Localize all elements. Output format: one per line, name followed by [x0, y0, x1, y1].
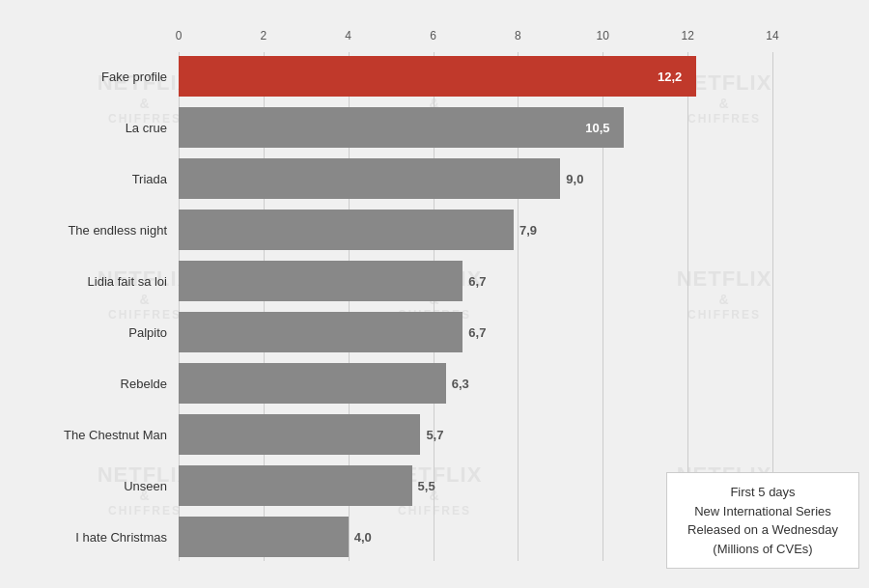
bar-row: Lidia fait sa loi6,7 — [19, 257, 850, 305]
bar-wrapper: 6,3 — [179, 359, 772, 407]
bar-fill — [179, 261, 463, 301]
bar-label: The Chestnut Man — [19, 428, 179, 442]
bar-value: 9,0 — [566, 172, 583, 186]
bar-label: I hate Christmas — [19, 530, 179, 545]
bar-wrapper: 6,7 — [179, 257, 772, 305]
bar-fill — [179, 56, 696, 97]
x-tick: 8 — [515, 29, 521, 42]
bar-wrapper: 9,0 — [179, 154, 772, 203]
bar-label: Rebelde — [19, 377, 179, 391]
bar-wrapper: 12,2 — [179, 52, 772, 100]
bar-label: Triada — [19, 172, 179, 186]
legend-line2: New International Series — [681, 502, 845, 521]
x-tick: 2 — [261, 29, 267, 42]
bar-label: La crue — [19, 121, 179, 135]
chart-container: NETFLIX&CHIFFRES NETFLIX&CHIFFRES NETFLI… — [0, 0, 869, 588]
bar-label: Fake profile — [19, 70, 179, 84]
x-tick: 14 — [766, 29, 778, 42]
x-tick: 4 — [345, 29, 351, 42]
bar-wrapper: 10,5 — [179, 103, 772, 152]
x-tick: 6 — [430, 29, 436, 42]
bar-value: 4,0 — [354, 530, 372, 545]
legend-line4: (Millions of CVEs) — [681, 540, 845, 559]
x-tick: 12 — [681, 29, 693, 42]
bar-row: The Chestnut Man5,7 — [19, 410, 850, 459]
bar-value: 7,9 — [519, 223, 537, 238]
bar-wrapper: 7,9 — [179, 206, 772, 254]
bar-value: 5,5 — [418, 479, 435, 493]
bar-row: La crue10,5 — [19, 103, 850, 152]
bar-label: Lidia fait sa loi — [19, 274, 179, 289]
bar-fill — [179, 210, 514, 250]
bar-fill — [179, 465, 412, 506]
bar-row: Triada9,0 — [19, 154, 850, 203]
bar-label: Palpito — [19, 325, 179, 340]
bar-label: Unseen — [19, 479, 179, 493]
legend-line3: Released on a Wednesday — [681, 520, 845, 540]
bar-row: Palpito6,7 — [19, 308, 850, 356]
bar-value: 12,2 — [658, 70, 682, 84]
bar-fill — [179, 107, 624, 148]
bar-fill — [179, 312, 463, 352]
bar-value: 6,7 — [468, 325, 486, 340]
bar-row: The endless night7,9 — [19, 206, 850, 254]
bar-value: 6,7 — [468, 274, 486, 289]
bar-row: Rebelde6,3 — [19, 359, 850, 407]
bar-fill — [179, 158, 560, 199]
bar-fill — [179, 414, 420, 455]
x-tick: 0 — [176, 29, 182, 42]
bar-fill — [179, 363, 446, 404]
bar-value: 10,5 — [585, 121, 609, 135]
bar-fill — [179, 517, 349, 557]
bar-wrapper: 5,7 — [179, 410, 772, 459]
legend-line1: First 5 days — [681, 483, 845, 502]
x-tick: 10 — [597, 29, 609, 42]
bar-row: Fake profile12,2 — [19, 52, 850, 100]
legend-box: First 5 days New International Series Re… — [666, 472, 859, 569]
bar-wrapper: 6,7 — [179, 308, 772, 356]
bar-value: 6,3 — [452, 377, 469, 391]
bar-label: The endless night — [19, 223, 179, 238]
bar-value: 5,7 — [426, 428, 443, 442]
